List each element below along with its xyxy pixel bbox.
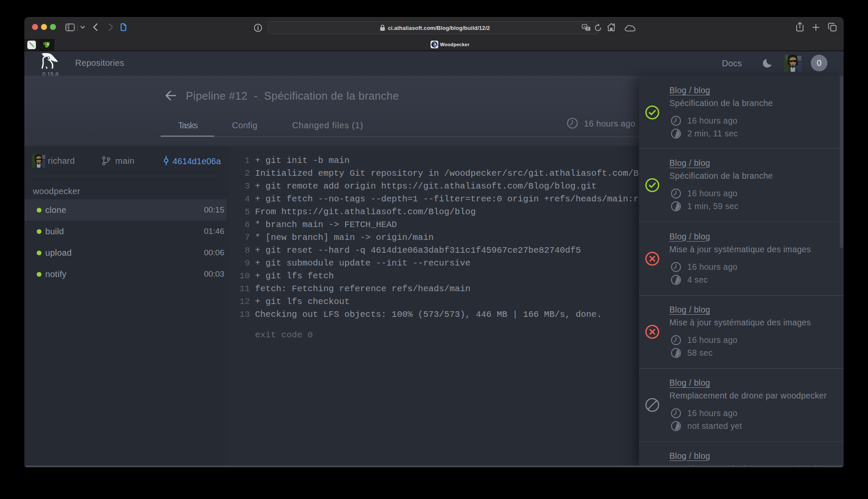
svg-text:文: 文 — [586, 27, 589, 31]
